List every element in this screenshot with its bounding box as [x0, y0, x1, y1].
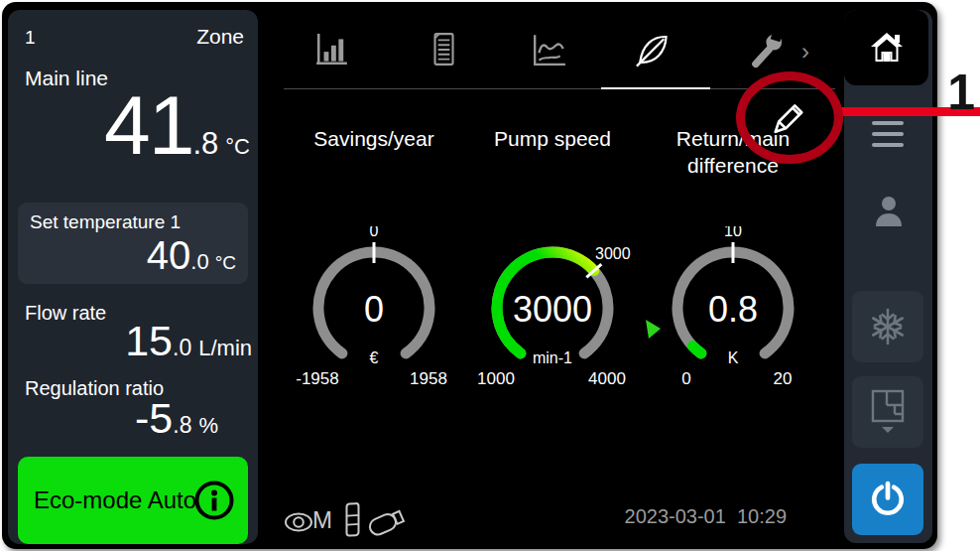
zones-overview-button[interactable] — [852, 376, 923, 448]
tab-eco[interactable] — [633, 32, 676, 77]
gauge-title-pump-speed: Pump speed — [453, 127, 652, 151]
wrench-icon — [748, 32, 786, 69]
gauge-pointer-arrow-icon — [646, 320, 661, 339]
zones-floorplan-icon — [867, 388, 909, 436]
set-temperature-label: Set temperature 1 — [30, 211, 181, 233]
user-icon — [873, 195, 905, 230]
flow-rate-unit: L/min — [198, 336, 252, 361]
power-icon — [869, 481, 907, 518]
tab-settings[interactable] — [748, 32, 792, 77]
set-temperature-decimal: .0 — [190, 249, 208, 275]
callout-number: 1 — [947, 64, 975, 121]
flow-rate-label: Flow rate — [25, 302, 106, 325]
eco-mode-button[interactable]: Eco-mode Auto — [18, 457, 248, 544]
regulation-ratio-unit: % — [198, 413, 218, 439]
gauge-pump-min: 1000 — [477, 369, 515, 388]
flow-rate-decimal: .0 — [173, 335, 191, 361]
bar-chart-icon — [313, 32, 351, 68]
gauge-title-savings: Savings/year — [275, 127, 473, 151]
user-profile-button[interactable] — [873, 195, 905, 234]
set-temperature-value-row: 40.0°C — [147, 235, 236, 275]
right-sidebar — [844, 10, 932, 543]
info-icon[interactable] — [193, 480, 235, 521]
flow-rate-value-row: 15.0L/min — [125, 320, 252, 362]
gauge-return-max: 20 — [774, 369, 793, 388]
tab-trend[interactable] — [530, 32, 573, 77]
eco-mode-label: Eco-mode Auto — [34, 486, 196, 514]
zone-panel: 1 Zone Main line 41.8°C Set temperature … — [8, 10, 258, 544]
monitoring-mode-letter: M — [312, 506, 332, 534]
gauge-savings-year: 0 0 € -1958 1958 — [285, 226, 463, 397]
usb-dongle-icon — [365, 500, 411, 540]
regulation-ratio-value: -5 — [135, 397, 173, 440]
set-temperature-unit: °C — [215, 252, 236, 274]
gauge-savings-tick-label: 0 — [370, 226, 379, 239]
tab-report[interactable] — [425, 32, 468, 77]
home-button[interactable] — [844, 10, 928, 85]
main-line-decimal: .8 — [192, 126, 218, 162]
main-line-temperature: 41.8°C — [104, 83, 250, 167]
active-tab-underline — [601, 87, 710, 89]
gauge-return-tick-label: 10 — [724, 226, 742, 239]
set-temperature-value: 40 — [147, 235, 191, 275]
module-icon — [343, 502, 363, 540]
gauge-pump-value: 3000 — [513, 289, 592, 330]
gauge-return-main-difference: 10 0.8 K 0 20 — [644, 226, 822, 397]
main-line-value: 41 — [104, 83, 192, 167]
tabs-more-chevron-icon[interactable]: › — [801, 38, 809, 66]
gauge-return-value: 0.8 — [708, 289, 758, 330]
gauge-pump-max: 4000 — [588, 369, 626, 388]
zone-label: Zone — [196, 25, 244, 49]
zone-number: 1 — [25, 27, 36, 49]
datetime-display: 2023-03-01 10:29 — [625, 505, 787, 528]
gauge-savings-unit: € — [370, 349, 379, 366]
regulation-ratio-value-row: -5.8% — [135, 397, 218, 440]
gauge-pump-speed: 3000 3000 min-1 1000 4000 — [463, 226, 642, 397]
home-icon — [868, 30, 906, 64]
line-chart-icon — [530, 32, 569, 68]
regulation-ratio-decimal: .8 — [173, 412, 191, 439]
gauge-savings-value: 0 — [364, 289, 384, 330]
tab-statistics[interactable] — [313, 32, 357, 77]
gauge-savings-max: 1958 — [410, 369, 447, 388]
callout-circle — [736, 71, 843, 164]
annotated-screenshot: 1 Zone Main line 41.8°C Set temperature … — [0, 0, 980, 551]
gauge-return-unit: K — [728, 349, 739, 366]
main-line-unit: °C — [225, 134, 250, 160]
cooling-mode-button[interactable] — [852, 291, 923, 362]
menu-button[interactable] — [872, 121, 904, 147]
document-icon — [425, 32, 462, 68]
leaf-icon — [633, 32, 671, 69]
flow-rate-value: 15 — [125, 320, 173, 362]
monitoring-eye-icon — [284, 509, 313, 535]
gauge-return-min: 0 — [681, 369, 690, 388]
menu-icon — [872, 121, 904, 125]
gauge-pump-unit: min-1 — [533, 349, 572, 366]
power-button[interactable] — [852, 464, 923, 535]
set-temperature-card[interactable]: Set temperature 1 40.0°C — [18, 203, 248, 284]
snowflake-icon — [868, 307, 908, 346]
main-line-label: Main line — [25, 67, 108, 90]
gauge-savings-min: -1958 — [296, 369, 338, 388]
gauge-pump-tick-label: 3000 — [595, 245, 631, 262]
